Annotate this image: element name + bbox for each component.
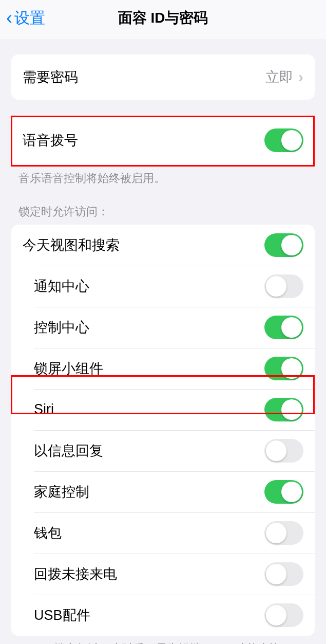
allow-access-row: 今天视图和搜索 xyxy=(11,225,315,266)
toggle-switch[interactable] xyxy=(264,233,303,257)
toggle-switch[interactable] xyxy=(264,274,303,298)
allow-access-row: 回拨未接来电 xyxy=(23,554,315,595)
toggle-knob xyxy=(266,564,286,584)
toggle-switch[interactable] xyxy=(264,357,303,380)
allow-access-row: 以信息回复 xyxy=(23,430,315,471)
voice-dial-group: 语音拨号 xyxy=(11,115,315,165)
allow-access-header: 锁定时允许访问： xyxy=(0,204,326,225)
allow-access-row: 家庭控制 xyxy=(23,471,315,512)
toggle-knob xyxy=(281,482,302,502)
allow-access-footer: iPhone锁定超过一小时后，需先解锁iPhone才能允许USB配件连接。 xyxy=(0,636,326,644)
row-label: Siri xyxy=(34,401,54,417)
allow-access-group: 今天视图和搜索通知中心控制中心锁屏小组件Siri以信息回复家庭控制钱包回拨未接来… xyxy=(11,225,315,636)
row-label: 钱包 xyxy=(34,524,62,542)
toggle-knob xyxy=(281,130,302,151)
chevron-right-icon: › xyxy=(298,68,303,86)
toggle-switch[interactable] xyxy=(264,521,303,545)
require-passcode-label: 需要密码 xyxy=(23,68,78,86)
chevron-left-icon: ‹ xyxy=(6,9,12,27)
back-label: 设置 xyxy=(14,8,45,29)
toggle-knob xyxy=(281,317,302,338)
toggle-knob xyxy=(281,358,302,379)
row-label: 以信息回复 xyxy=(34,441,103,460)
require-passcode-row[interactable]: 需要密码 立即 › xyxy=(11,54,315,100)
toggle-switch[interactable] xyxy=(264,398,303,421)
toggle-knob xyxy=(281,399,302,420)
toggle-knob xyxy=(266,276,286,297)
row-label: 通知中心 xyxy=(34,277,89,296)
allow-access-row: 锁屏小组件 xyxy=(23,348,315,389)
row-label: 今天视图和搜索 xyxy=(23,236,120,254)
allow-access-row: Siri xyxy=(23,389,315,430)
page-title: 面容 ID与密码 xyxy=(0,8,326,28)
toggle-knob xyxy=(266,523,286,543)
allow-access-row: 控制中心 xyxy=(23,307,315,348)
settings-content: 需要密码 立即 › 语音拨号 音乐语音控制将始终被启用。 锁定时允许访问： 今天… xyxy=(0,54,326,644)
voice-dial-toggle[interactable] xyxy=(264,128,303,152)
navigation-header: ‹ 设置 面容 ID与密码 xyxy=(0,0,326,39)
voice-dial-row: 语音拨号 xyxy=(11,115,315,165)
toggle-knob xyxy=(281,235,302,255)
allow-access-row: 通知中心 xyxy=(23,266,315,307)
toggle-knob xyxy=(266,605,286,625)
row-label: 家庭控制 xyxy=(34,483,89,501)
allow-access-row: USB配件 xyxy=(23,595,315,636)
row-label: 锁屏小组件 xyxy=(34,359,103,378)
voice-dial-footer: 音乐语音控制将始终被启用。 xyxy=(0,165,326,187)
toggle-switch[interactable] xyxy=(264,562,303,586)
toggle-switch[interactable] xyxy=(264,439,303,463)
require-passcode-value: 立即 › xyxy=(265,68,303,86)
voice-dial-label: 语音拨号 xyxy=(23,131,78,150)
toggle-switch[interactable] xyxy=(264,480,303,504)
toggle-switch[interactable] xyxy=(264,603,303,627)
row-label: 回拨未接来电 xyxy=(34,565,117,583)
toggle-knob xyxy=(266,440,286,461)
row-label: 控制中心 xyxy=(34,318,89,337)
row-label: USB配件 xyxy=(34,606,90,624)
back-button[interactable]: ‹ 设置 xyxy=(6,8,45,29)
toggle-switch[interactable] xyxy=(264,316,303,339)
require-passcode-group: 需要密码 立即 › xyxy=(11,54,315,100)
allow-access-row: 钱包 xyxy=(23,512,315,554)
